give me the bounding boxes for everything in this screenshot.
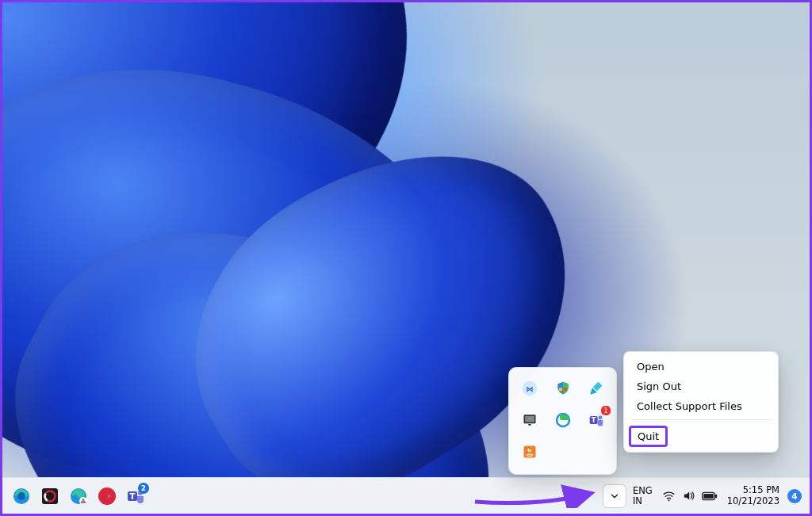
taskbar-circle-app-icon[interactable] [39, 485, 61, 507]
tray-item-teams[interactable]: T 1 [584, 407, 609, 433]
menu-separator [630, 419, 772, 420]
clock-time: 5:15 PM [727, 485, 779, 495]
svg-point-17 [17, 492, 25, 500]
svg-rect-30 [715, 494, 717, 498]
svg-point-24 [98, 487, 116, 505]
menu-item-sign-out[interactable]: Sign Out [629, 376, 773, 396]
tray-item-edge-legacy[interactable] [550, 407, 576, 433]
menu-item-open[interactable]: Open [629, 357, 773, 376]
menu-item-collect-support-files[interactable]: Collect Support Files [629, 396, 773, 416]
tray-item-security-shield[interactable] [550, 376, 576, 401]
taskbar-edge-icon[interactable] [10, 485, 33, 507]
chevron-down-icon [609, 491, 620, 502]
svg-text:T: T [591, 416, 596, 424]
svg-rect-31 [703, 493, 713, 498]
menu-item-quit[interactable]: Quit [629, 426, 668, 447]
tray-overflow-panel: ⋈ T 1 [508, 367, 617, 475]
system-icons[interactable] [659, 489, 721, 503]
language-bottom: IN [633, 496, 653, 506]
taskbar-clock[interactable]: 5:15 PM 10/21/2023 [726, 485, 781, 506]
taskbar-system-area: ENG IN 5:15 PM 10/21/2023 4 [603, 484, 805, 508]
taskbar-teams-icon[interactable]: T 2 [124, 485, 147, 507]
tray-context-menu: Open Sign Out Collect Support Files Quit [623, 351, 779, 453]
battery-icon [702, 491, 718, 502]
badge: 2 [138, 483, 149, 494]
tray-item-app-blue-circle[interactable]: ⋈ [517, 376, 542, 401]
svg-point-7 [526, 418, 527, 419]
notification-count[interactable]: 4 [787, 489, 802, 503]
language-indicator[interactable]: ENG IN [631, 486, 654, 505]
clock-date: 10/21/2023 [727, 496, 779, 506]
tray-item-java-update[interactable] [517, 439, 542, 464]
svg-point-13 [598, 415, 602, 419]
tray-overflow-chevron[interactable] [603, 484, 626, 508]
taskbar: T 2 ENG IN 5:15 PM 10/21/2023 4 [2, 477, 810, 514]
svg-point-28 [668, 499, 669, 501]
svg-rect-3 [563, 388, 566, 391]
tray-item-pen-tool[interactable] [584, 376, 609, 401]
screenshot-frame: ⋈ T 1 [0, 0, 812, 516]
svg-rect-6 [528, 424, 530, 426]
svg-point-9 [531, 418, 533, 419]
svg-point-8 [529, 418, 530, 419]
tray-item-display-calibration[interactable] [517, 407, 542, 433]
volume-icon [682, 489, 695, 503]
taskbar-red-arrow-app-icon[interactable] [96, 485, 118, 507]
taskbar-edge-profile-icon[interactable] [67, 485, 90, 507]
tray-overflow-grid: ⋈ T 1 [517, 376, 608, 464]
svg-text:T: T [130, 492, 136, 501]
svg-text:⋈: ⋈ [526, 384, 533, 393]
wifi-icon [662, 489, 676, 503]
taskbar-pinned-apps: T 2 [7, 485, 147, 507]
svg-rect-2 [559, 388, 562, 391]
language-top: ENG [633, 486, 653, 495]
badge: 1 [601, 406, 610, 415]
